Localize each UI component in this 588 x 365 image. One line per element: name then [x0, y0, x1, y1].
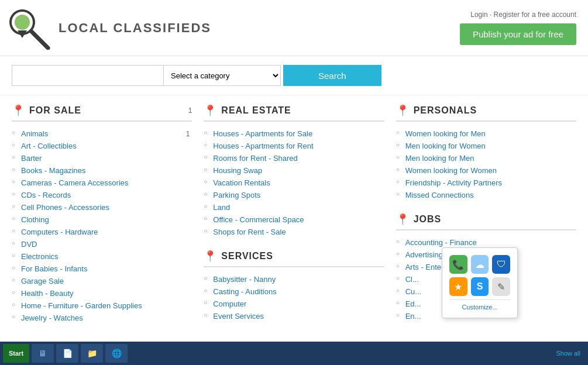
- taskbar-item-4[interactable]: 🌐: [105, 344, 128, 345]
- category-link[interactable]: Art - Collectibles: [21, 142, 77, 150]
- shield-icon[interactable]: 🛡: [492, 255, 510, 274]
- list-item: Clothing: [12, 214, 192, 226]
- site-header: LOCAL CLASSIFIEDS Login · Register for a…: [0, 0, 588, 56]
- jobs-header: 📍 JOBS: [396, 213, 576, 230]
- category-link[interactable]: Cameras - Camera Accessories: [21, 178, 129, 187]
- list-item: Cell Phones - Accessories: [12, 201, 192, 214]
- category-link[interactable]: Men looking for Women: [405, 142, 486, 150]
- svg-point-2: [15, 15, 30, 30]
- category-link[interactable]: Clothing: [21, 215, 49, 224]
- list-item: Books - Magazines: [12, 164, 192, 177]
- list-item: For Babies - Infants: [12, 263, 192, 275]
- register-link[interactable]: Register for a free account: [494, 11, 576, 19]
- list-item: Jewelry - Watches: [12, 312, 192, 324]
- category-link[interactable]: Jewelry - Watches: [21, 314, 83, 322]
- list-item: Missed Connections: [396, 189, 576, 201]
- list-item: Casting - Auditions: [204, 285, 384, 298]
- category-link[interactable]: Books - Magazines: [21, 166, 86, 175]
- category-link[interactable]: Animals: [21, 129, 48, 138]
- real-estate-pin-icon: 📍: [204, 104, 216, 117]
- taskbar-item-3[interactable]: 📁: [81, 344, 103, 345]
- login-link[interactable]: Login: [470, 11, 487, 19]
- category-link[interactable]: CDs - Records: [21, 191, 71, 199]
- for-sale-column: 📍 FOR SALE 1 Animals1 Art - Collectibles…: [12, 104, 192, 336]
- logo-area: LOCAL CLASSIFIEDS: [6, 6, 211, 50]
- category-link[interactable]: Computers - Hardware: [21, 228, 98, 236]
- category-link[interactable]: Cu...: [405, 287, 421, 296]
- list-item: Electronics: [12, 250, 192, 263]
- personals-pin-icon: 📍: [396, 104, 409, 117]
- category-link[interactable]: Houses - Apartments for Sale: [213, 129, 312, 138]
- category-link[interactable]: Rooms for Rent - Shared: [213, 154, 298, 163]
- category-link[interactable]: Cell Phones - Accessories: [21, 203, 109, 212]
- taskbar-item-2[interactable]: 📄: [56, 344, 78, 345]
- category-link[interactable]: Missed Connections: [405, 191, 474, 199]
- list-item: Cameras - Camera Accessories: [12, 177, 192, 189]
- list-item: Rooms for Rent - Shared: [204, 152, 384, 164]
- s-icon[interactable]: S: [471, 277, 489, 296]
- cloud-icon[interactable]: ☁: [471, 255, 489, 274]
- category-link[interactable]: Casting - Auditions: [213, 287, 276, 296]
- category-link[interactable]: Electronics: [21, 252, 59, 261]
- category-link[interactable]: Men looking for Men: [405, 154, 474, 163]
- category-link[interactable]: Vacation Rentals: [213, 178, 270, 187]
- category-select[interactable]: Select a category: [164, 65, 281, 86]
- list-item: Accounting - Finance: [396, 236, 576, 249]
- link-separator: ·: [490, 11, 494, 19]
- category-link[interactable]: For Babies - Infants: [21, 264, 87, 273]
- services-title: SERVICES: [221, 251, 273, 261]
- svg-line-3: [32, 32, 48, 48]
- list-item: Animals1: [12, 128, 192, 140]
- real-estate-header: 📍 REAL ESTATE: [204, 104, 384, 122]
- category-link[interactable]: Accounting - Finance: [405, 238, 477, 247]
- category-link[interactable]: DVD: [21, 240, 37, 249]
- category-link[interactable]: Women looking for Women: [405, 166, 497, 175]
- list-item: Shops for Rent - Sale: [204, 226, 384, 238]
- list-item: Houses - Apartments for Sale: [204, 128, 384, 140]
- customize-link[interactable]: Customize...: [449, 299, 510, 311]
- for-sale-count: 1: [188, 106, 192, 115]
- category-link[interactable]: Housing Swap: [213, 166, 262, 175]
- start-button[interactable]: Start: [3, 344, 29, 345]
- category-link[interactable]: Home - Furniture - Garden Supplies: [21, 301, 142, 310]
- edit-icon[interactable]: ✎: [492, 277, 510, 296]
- category-link[interactable]: Houses - Apartments for Rent: [213, 142, 313, 150]
- category-link[interactable]: Friendship - Activity Partners: [405, 178, 502, 187]
- search-button[interactable]: Search: [283, 65, 381, 86]
- phone-icon[interactable]: 📞: [449, 255, 467, 274]
- category-link[interactable]: Health - Beauty: [21, 289, 74, 298]
- category-link[interactable]: Parking Spots: [213, 191, 260, 199]
- category-link[interactable]: Garage Sale: [21, 277, 64, 285]
- category-link[interactable]: Women looking for Men: [405, 129, 486, 138]
- list-item: Barter: [12, 152, 192, 164]
- category-link[interactable]: Babysitter - Nanny: [213, 275, 276, 284]
- search-input[interactable]: [12, 65, 164, 86]
- list-item: Home - Furniture - Garden Supplies: [12, 299, 192, 312]
- personals-header: 📍 PERSONALS: [396, 104, 576, 122]
- category-link[interactable]: Computer: [213, 299, 246, 308]
- personals-title: PERSONALS: [414, 105, 477, 116]
- list-item: DVD: [12, 238, 192, 250]
- system-tray-popup: 📞 ☁ 🛡 ★ S ✎ Customize...: [442, 247, 518, 318]
- publish-button[interactable]: Publish your ad for free: [460, 23, 576, 45]
- taskbar-item-1[interactable]: 🖥: [32, 344, 54, 345]
- category-link[interactable]: Office - Commercial Space: [213, 215, 304, 224]
- category-link[interactable]: Event Services: [213, 312, 264, 321]
- list-item: Men looking for Men: [396, 152, 576, 164]
- personals-list: Women looking for Men Men looking for Wo…: [396, 128, 576, 201]
- real-estate-title: REAL ESTATE: [221, 105, 291, 116]
- real-estate-services-column: 📍 REAL ESTATE Houses - Apartments for Sa…: [204, 104, 384, 336]
- category-link[interactable]: Ed...: [405, 299, 421, 308]
- category-link[interactable]: Shops for Rent - Sale: [213, 228, 286, 236]
- list-item: CDs - Records: [12, 189, 192, 201]
- list-item: Vacation Rentals: [204, 177, 384, 189]
- list-item: Land: [204, 201, 384, 214]
- category-link[interactable]: Barter: [21, 154, 42, 163]
- category-link[interactable]: En...: [405, 312, 421, 321]
- category-link[interactable]: Cl...: [405, 275, 419, 284]
- list-item: Houses - Apartments for Rent: [204, 140, 384, 152]
- list-item: Parking Spots: [204, 189, 384, 201]
- jobs-pin-icon: 📍: [396, 213, 409, 226]
- category-link[interactable]: Land: [213, 203, 230, 212]
- star-icon[interactable]: ★: [449, 277, 467, 296]
